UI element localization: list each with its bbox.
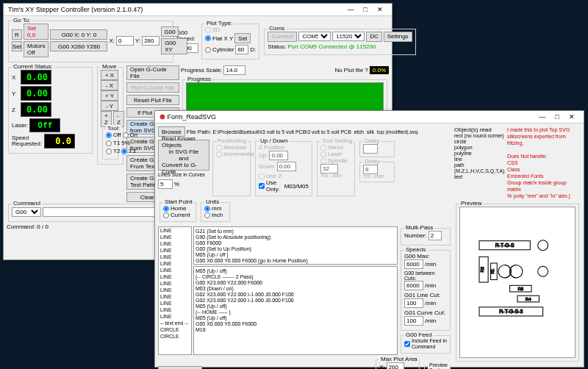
plot-cyl-label: Cylinder — [212, 46, 234, 53]
my-button[interactable]: - Y — [101, 101, 118, 111]
note4: Class — [507, 166, 581, 173]
svg-text:R3: R3 — [517, 287, 523, 291]
objects-list: rect (no round corner)circlepolygonpolyl… — [454, 133, 506, 180]
min-icon[interactable]: — — [343, 6, 358, 13]
settings-button[interactable]: Settings — [384, 32, 412, 42]
main-title: Tim's XY Stepper Controller (version 2.1… — [8, 6, 143, 13]
svg-text:R1: R1 — [490, 269, 495, 274]
speeds-legend: Speeds — [404, 246, 427, 253]
note5: Embeded Fonts — [507, 173, 581, 179]
max-icon[interactable]: □ — [358, 6, 373, 13]
svg-close-icon[interactable]: ✕ — [564, 113, 579, 121]
g01line-input[interactable] — [404, 298, 423, 308]
lines-label: Lines Size in Curves — [158, 172, 209, 178]
mx-button[interactable]: - X — [101, 80, 118, 90]
set-button-small[interactable]: Set — [12, 41, 22, 51]
close-icon[interactable]: ✕ — [373, 6, 387, 13]
cyl-input[interactable] — [235, 45, 248, 54]
include-feed-check[interactable] — [404, 341, 410, 347]
up-input — [269, 151, 288, 160]
t2-radio[interactable] — [106, 148, 112, 154]
read-svg-button[interactable]: Read Known Objectsin SVG FileandConvert … — [158, 140, 209, 171]
current-radio[interactable] — [163, 212, 169, 218]
down-input — [277, 162, 296, 171]
g00xy0-button[interactable]: G00 X: 0 Y: 0 — [50, 29, 107, 40]
gcode-output-2[interactable]: M05 (Up / off)(-- CIRCLE ------- 2 Pass)… — [193, 266, 398, 355]
x-input[interactable] — [116, 36, 134, 46]
g00x260-button[interactable]: G00 X260 Y280 — [50, 41, 107, 51]
sz: Z — [12, 107, 19, 113]
preview-canvas: R-T-G-S R2 R1 R3 R4 R-T-G-S-3 — [459, 207, 576, 358]
svg-point-2 — [538, 240, 548, 251]
area-x-input[interactable] — [387, 362, 404, 369]
plot-gcode-button: Plot G-Code File — [126, 82, 179, 93]
t1-radio[interactable] — [106, 140, 112, 146]
svg-text:R-T-G-S: R-T-G-S — [495, 243, 514, 248]
save-gcode-button[interactable]: Save G-Code To File — [158, 366, 202, 370]
plot-set-button[interactable]: Set — [234, 33, 251, 43]
cmd-legend: Command — [12, 200, 42, 207]
mp-input[interactable] — [429, 231, 442, 240]
tool-on-radio[interactable] — [123, 132, 129, 138]
delay-legend: Delay — [363, 137, 381, 144]
status-legend: Current Status: — [12, 63, 54, 70]
status-label: Status: — [268, 43, 286, 50]
useonly-check[interactable] — [259, 183, 265, 189]
toolset-legend: Tool Setting — [320, 137, 354, 144]
between-input[interactable] — [404, 281, 423, 290]
plot-flat-label: Flat X Y — [212, 35, 233, 42]
baud-select[interactable]: 115200 — [332, 32, 365, 41]
laser-led: Off — [29, 118, 60, 132]
inch-radio[interactable] — [204, 212, 210, 218]
cmd-select[interactable]: G00 — [12, 207, 41, 217]
reset-plot-button[interactable]: Reset Plot File — [126, 95, 179, 105]
gcode-output-1[interactable]: G21 (Set to mm)G90 (Set to Absolute posi… — [193, 226, 398, 265]
lines-input[interactable] — [158, 179, 173, 189]
connect-button[interactable]: Connect — [268, 32, 297, 42]
progress-legend: Progress — [186, 76, 212, 82]
g00-button[interactable]: G00 — [161, 26, 179, 37]
units-legend: Units — [204, 198, 220, 205]
tool-off-radio[interactable] — [106, 132, 112, 138]
home-radio[interactable] — [163, 206, 169, 212]
goto-legend: Go To: — [12, 17, 32, 24]
speed-led: 0.0 — [44, 134, 75, 148]
px-button[interactable]: + X — [101, 70, 118, 80]
plottype-legend: Plot Type: — [205, 20, 234, 26]
zpos-label: Z Position — [259, 144, 309, 151]
inc-radio — [216, 151, 222, 157]
note2: Does Not handle: — [507, 153, 581, 160]
svg-max-icon[interactable]: □ — [550, 113, 564, 121]
r-button[interactable]: R — [12, 29, 22, 40]
g01curve-input[interactable] — [404, 316, 423, 326]
d-label: D: — [250, 46, 256, 53]
area-legend: Max Plot Area — [379, 356, 419, 362]
start-legend: Start Point — [163, 198, 193, 205]
note7: % (only "mm" and "in" atm.) — [507, 193, 581, 199]
svg-min-icon[interactable]: — — [535, 113, 550, 121]
open-gcode-button[interactable]: Open G-Code File — [126, 65, 179, 80]
sx: X — [12, 74, 19, 81]
svg-title: ⬣ Form_ReadSVG — [159, 113, 216, 121]
progscale-input[interactable] — [223, 65, 245, 75]
plot-cyl-radio[interactable] — [205, 47, 211, 53]
t3-radio[interactable] — [121, 148, 127, 154]
filepath-value: E:\Projects\Bluetooth\3 volt to 5 volt P… — [212, 129, 452, 135]
shapes-list[interactable]: LINELINELINELINELINELINELINELINELINELINE… — [158, 226, 192, 355]
set00-button[interactable]: Set 0,0 — [24, 24, 49, 40]
pos-legend: Positioning — [216, 137, 248, 144]
g00xy-button[interactable]: G00 XY — [161, 38, 187, 54]
py-button[interactable]: + Y — [101, 90, 118, 101]
note1: I made this to plot Top SVG silkscreens … — [507, 126, 581, 146]
plot-flat-radio[interactable] — [205, 35, 211, 41]
svg-text:R4: R4 — [526, 297, 531, 301]
mm-radio[interactable] — [204, 206, 210, 212]
motors-off-button[interactable]: Motors Off — [24, 41, 49, 57]
y-label: Y: — [135, 37, 140, 44]
y-input[interactable] — [142, 36, 159, 46]
usez-check — [259, 173, 265, 179]
dc-button[interactable]: DC — [366, 32, 382, 42]
g00max-input[interactable] — [404, 259, 423, 269]
svg-point-9 — [538, 266, 548, 276]
com-select[interactable]: COM5 — [298, 32, 331, 41]
